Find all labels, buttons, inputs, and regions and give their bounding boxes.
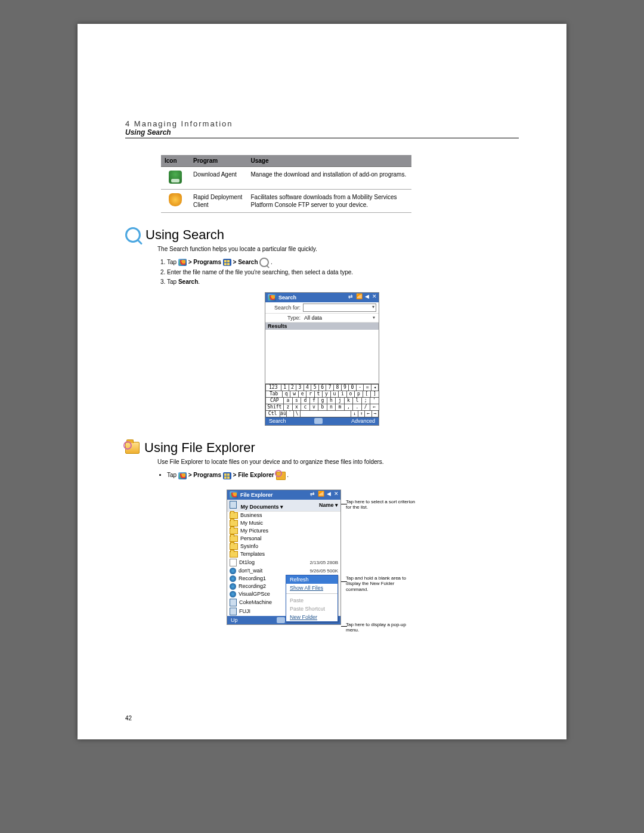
rapid-deployment-icon [169, 193, 182, 206]
file-icon [230, 608, 237, 615]
step-2: Enter the file name of the file you're s… [167, 268, 519, 277]
file-icon [230, 575, 236, 582]
callout-menu: Tap here to display a pop-up menu. [346, 622, 417, 633]
page: 4 Managing Information Using Search Icon… [78, 24, 566, 739]
callout-blank-area: Tap and hold a blank area to display the… [346, 575, 417, 593]
fe-steps: Tap > Programs > File Explorer . [157, 470, 519, 479]
folder-row[interactable]: SysInfo [227, 543, 340, 550]
folder-row[interactable]: Business [227, 512, 340, 519]
ctx-paste: Paste [286, 596, 338, 605]
th-icon: Icon [161, 155, 190, 167]
status-icons[interactable]: ⇄ 📶 ◀ ✕ [348, 293, 377, 299]
program-name: Rapid Deployment Client [190, 190, 247, 213]
keyboard-toggle-icon[interactable] [314, 418, 323, 424]
page-header: 4 Managing Information Using Search [125, 119, 519, 138]
chapter-title: 4 Managing Information [125, 119, 519, 128]
breadcrumb[interactable]: My Documents ▾ [230, 501, 319, 510]
file-row[interactable]: don't_wait9/26/05 500K [227, 567, 340, 575]
folder-row[interactable]: My Music [227, 519, 340, 527]
start-icon[interactable] [268, 294, 276, 301]
file-icon [230, 559, 237, 566]
type-label: Type: [268, 315, 303, 321]
folder-icon [230, 535, 238, 542]
callout-column: Tap here to select a sort criterion for … [346, 486, 417, 641]
file-explorer-small-icon [276, 472, 286, 480]
soft-keyboard[interactable]: 1231234567890-=◂Tabqwertyuiop[]CAPasdfgh… [265, 383, 379, 417]
device-title: Search [278, 295, 296, 301]
key[interactable]: → [371, 410, 379, 417]
sort-selector[interactable]: Name ▾ [319, 502, 338, 508]
using-file-explorer-heading: Using File Explorer [125, 440, 519, 456]
program-usage: Facilitates software downloads from a Mo… [247, 190, 412, 213]
results-body [265, 330, 379, 383]
th-usage: Usage [247, 155, 412, 167]
search-small-icon [259, 258, 269, 267]
step-3: Tap Search. [167, 277, 519, 286]
folder-icon [230, 520, 238, 527]
start-icon [178, 472, 187, 479]
file-explorer-device-shot: File Explorer ⇄ 📶 ◀ ✕ My Documents ▾ Nam… [227, 490, 341, 625]
footer-up[interactable]: Up [231, 617, 238, 623]
section-intro: The Search function helps you locate a p… [157, 245, 519, 253]
using-search-heading: Using Search [125, 227, 519, 243]
section-crumb: Using Search [125, 128, 519, 137]
program-usage: Manage the download and installation of … [247, 167, 412, 190]
file-row[interactable]: Dt1log2/13/05 280B [227, 558, 340, 567]
key[interactable]: Ctl [265, 410, 280, 417]
step-1: Tap > Programs > Search . [167, 258, 519, 267]
file-icon [230, 591, 236, 597]
start-icon [178, 259, 187, 266]
ctx-refresh[interactable]: Refresh [286, 575, 338, 584]
folder-icon [230, 551, 238, 558]
file-icon [230, 599, 237, 606]
footer-advanced[interactable]: Advanced [351, 418, 375, 424]
device-titlebar: File Explorer ⇄ 📶 ◀ ✕ [227, 490, 340, 500]
keyboard-toggle-icon[interactable] [277, 617, 285, 623]
ctx-show-all[interactable]: Show All Files [286, 584, 338, 592]
folder-icon [230, 543, 238, 550]
device-title: File Explorer [240, 492, 273, 498]
page-number: 42 [125, 715, 132, 721]
ctx-paste-shortcut: Paste Shortcut [286, 605, 338, 613]
table-row: Rapid Deployment Client Facilitates soft… [161, 190, 411, 213]
searchfor-label: Search for: [268, 305, 303, 311]
fe-step: Tap > Programs > File Explorer . [167, 470, 519, 479]
section-intro: Use File Explorer to locate files on you… [157, 458, 519, 466]
th-program: Program [190, 155, 247, 167]
footer-search[interactable]: Search [269, 418, 286, 424]
results-header: Results [265, 323, 379, 330]
file-icon [230, 583, 236, 590]
file-icon [230, 568, 236, 574]
start-icon[interactable] [230, 491, 238, 498]
table-row: Download Agent Manage the download and i… [161, 167, 411, 190]
search-icon [125, 227, 141, 243]
callout-sort: Tap here to select a sort criterion for … [346, 499, 417, 510]
status-icons[interactable]: ⇄ 📶 ◀ ✕ [310, 491, 339, 497]
device-titlebar: Search ⇄ 📶 ◀ ✕ [265, 293, 379, 302]
folder-icon [230, 501, 237, 509]
folder-icon [230, 512, 238, 519]
download-agent-icon [169, 171, 182, 184]
program-table: Icon Program Usage Download Agent Manage… [161, 155, 411, 213]
programs-icon [223, 259, 231, 266]
search-steps: Tap > Programs > Search . Enter the file… [157, 258, 519, 286]
file-explorer-icon [125, 442, 140, 454]
section-title: Using Search [145, 227, 224, 243]
key[interactable] [300, 410, 351, 417]
folder-icon [230, 528, 238, 534]
program-name: Download Agent [190, 167, 247, 190]
folder-row[interactable]: Templates [227, 550, 340, 558]
programs-icon [223, 472, 231, 479]
search-device-shot: Search ⇄ 📶 ◀ ✕ Search for: Type: All dat… [265, 292, 379, 426]
device-footer: Search Advanced [265, 417, 379, 425]
ctx-new-folder[interactable]: New Folder [286, 613, 338, 621]
type-select[interactable]: All data [303, 315, 376, 321]
searchfor-input[interactable] [303, 304, 376, 312]
section-title: Using File Explorer [144, 440, 255, 456]
folder-row[interactable]: My Pictures [227, 527, 340, 535]
context-menu[interactable]: Refresh Show All Files Paste Paste Short… [286, 575, 338, 622]
folder-row[interactable]: Personal [227, 535, 340, 543]
